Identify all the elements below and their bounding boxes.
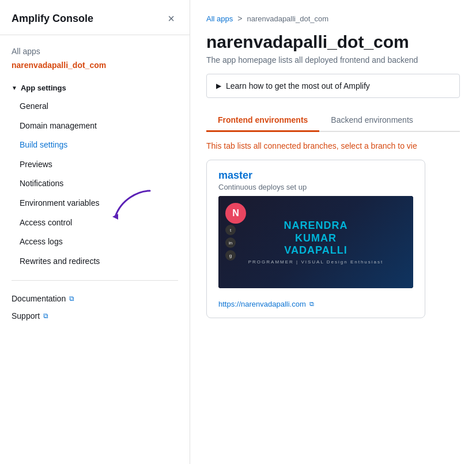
sidebar-item-all-apps[interactable]: All apps xyxy=(12,44,178,58)
sidebar-item-domain-management[interactable]: Domain management xyxy=(12,116,178,136)
branch-external-link-icon: ⧉ xyxy=(309,300,314,308)
branch-status: Continuous deploys set up xyxy=(218,183,413,191)
sidebar-item-previews[interactable]: Previews xyxy=(12,155,178,175)
branch-card-header: master Continuous deploys set up xyxy=(207,160,425,196)
social-icon-linkedin: in xyxy=(225,237,236,248)
sidebar-item-access-control[interactable]: Access control xyxy=(12,213,178,233)
sidebar-item-build-settings[interactable]: Build settings xyxy=(12,135,178,155)
triangle-icon: ▼ xyxy=(12,85,17,91)
external-link-icon-docs: ⧉ xyxy=(69,295,74,303)
learn-box-label: Learn how to get the most out of Amplify xyxy=(226,81,370,90)
branch-url-text: https://narenvadapalli.com xyxy=(218,300,306,308)
breadcrumb-all-apps[interactable]: All apps xyxy=(206,14,233,23)
close-button[interactable]: × xyxy=(164,12,178,25)
sidebar-divider xyxy=(12,280,178,281)
sidebar-item-access-logs[interactable]: Access logs xyxy=(12,232,178,252)
page-description: The app homepage lists all deployed fron… xyxy=(206,55,460,65)
main-inner: All apps > narenvadapalli_dot_com narenv… xyxy=(190,0,476,464)
preview-name-text: NARENDRAKUMARVADAPALLI xyxy=(284,220,348,257)
learn-box-arrow-icon: ▶ xyxy=(216,82,221,90)
sidebar-item-documentation[interactable]: Documentation ⧉ xyxy=(12,290,178,307)
page-title: narenvadapalli_dot_com xyxy=(206,32,460,52)
sidebar-item-general[interactable]: General xyxy=(12,97,178,116)
breadcrumb: All apps > narenvadapalli_dot_com xyxy=(206,14,460,23)
tab-frontend-environments[interactable]: Frontend environments xyxy=(206,110,319,132)
sidebar-item-rewrites-and-redirects[interactable]: Rewrites and redirects xyxy=(12,252,178,271)
branch-card: master Continuous deploys set up N t in … xyxy=(206,160,425,318)
tab-backend-environments[interactable]: Backend environments xyxy=(319,110,424,132)
branch-url-link[interactable]: https://narenvadapalli.com ⧉ xyxy=(207,295,425,318)
preview-social-icons: t in g xyxy=(225,225,236,261)
sidebar-nav: General Domain management Build settings… xyxy=(12,97,178,271)
sidebar-header: Amplify Console × xyxy=(0,0,190,35)
branch-name[interactable]: master xyxy=(218,169,413,182)
breadcrumb-current: narenvadapalli_dot_com xyxy=(247,14,328,23)
sidebar-item-current-app[interactable]: narenvadapalli_dot_com xyxy=(12,58,178,72)
social-icon-github: g xyxy=(225,250,236,261)
tabs-bar: Frontend environments Backend environmen… xyxy=(206,110,460,132)
tab-description: This tab lists all connected branches, s… xyxy=(206,141,460,150)
sidebar-item-environment-variables[interactable]: Environment variables xyxy=(12,194,178,213)
sidebar-title: Amplify Console xyxy=(12,13,93,25)
arrow-annotation-container: Environment variables xyxy=(12,194,178,213)
sidebar-footer: Documentation ⧉ Support ⧉ xyxy=(0,290,190,325)
sidebar: Amplify Console × All apps narenvadapall… xyxy=(0,0,190,464)
breadcrumb-separator: > xyxy=(237,14,242,23)
sidebar-nav-section: All apps narenvadapalli_dot_com ▼ App se… xyxy=(0,35,190,271)
preview-tagline: PROGRAMMER | VISUAL Design Enthusiast xyxy=(248,259,384,265)
main-content: All apps > narenvadapalli_dot_com narenv… xyxy=(190,0,476,464)
sidebar-item-notifications[interactable]: Notifications xyxy=(12,174,178,194)
sidebar-item-support[interactable]: Support ⧉ xyxy=(12,307,178,325)
branch-preview: N t in g NARENDRAKUMARVADAPALLI PROGRAMM… xyxy=(218,196,413,288)
social-icon-twitter: t xyxy=(225,225,236,235)
external-link-icon-support: ⧉ xyxy=(43,312,48,320)
preview-image: N t in g NARENDRAKUMARVADAPALLI PROGRAMM… xyxy=(218,196,413,288)
learn-box[interactable]: ▶ Learn how to get the most out of Ampli… xyxy=(206,74,460,98)
preview-logo: N xyxy=(225,203,246,224)
sidebar-section-app-settings: ▼ App settings xyxy=(12,84,178,92)
